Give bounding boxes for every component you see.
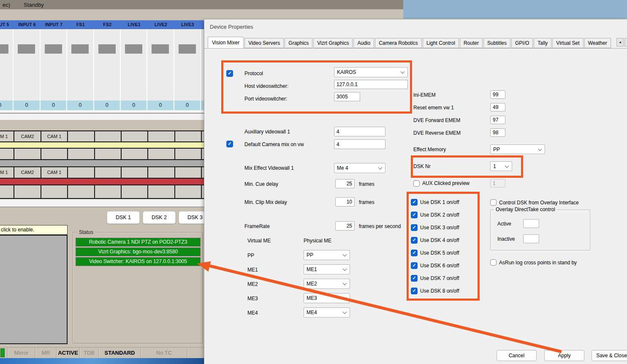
cam-button[interactable]: CAM2 [14,166,41,179]
inactive-input[interactable] [523,234,539,243]
use-dsk2-checkbox[interactable]: ✓ [411,212,418,218]
source-slot[interactable] [201,29,204,101]
cam-button[interactable] [147,166,175,179]
slot-button[interactable] [201,148,204,160]
cam-button[interactable] [67,130,95,142]
protocol-enabled-checkbox[interactable]: ✓ [226,70,233,77]
tab-gpio[interactable]: GPI/O [511,38,533,48]
source-slot[interactable] [121,29,147,101]
source-slot[interactable] [14,29,39,101]
slot-button[interactable] [67,148,95,160]
slot-button[interactable] [147,185,175,199]
physical-me-pp-dropdown[interactable]: PP [304,250,350,260]
use-dsk5-checkbox[interactable]: ✓ [411,250,418,256]
source-slot[interactable] [0,29,13,101]
slot-button[interactable] [14,148,41,160]
slot-button[interactable] [0,148,14,160]
slot-button[interactable] [174,148,202,160]
min-clip-mix-delay-input[interactable] [335,197,355,206]
cam-button[interactable]: CAM 1 [41,130,68,142]
ini-emem-input[interactable] [490,90,505,99]
slot-button[interactable] [94,185,122,199]
mix-effect-videowall-dropdown[interactable]: Me 4 [334,163,385,173]
menu-item-standby[interactable]: Standby [24,2,44,8]
source-slot[interactable] [147,29,173,101]
dsk-nr-dropdown[interactable]: 1 [490,161,512,171]
slot-button[interactable] [147,148,175,160]
use-dsk8-checkbox[interactable]: ✓ [411,288,418,294]
click-to-enable-strip[interactable]: click to enable. [0,225,68,235]
default-camera-mix-input[interactable] [334,139,385,149]
default-camera-mix-checkbox[interactable]: ✓ [226,141,233,147]
input-bus-label[interactable]: LIVE3 [174,20,201,29]
use-dsk3-checkbox[interactable]: ✓ [411,224,418,231]
physical-me2-dropdown[interactable]: ME2 [304,279,350,289]
input-bus-label[interactable]: INPUT 6 [14,20,40,29]
cam-button[interactable] [201,130,204,142]
active-input[interactable] [523,219,539,228]
protocol-dropdown[interactable]: KAIROS [334,67,408,77]
effect-memory-dropdown[interactable]: PP [490,144,545,154]
input-bus-label[interactable]: INPUT 5 [0,20,14,29]
source-slot[interactable] [41,29,66,101]
source-slot[interactable] [174,29,200,101]
input-bus-label[interactable] [201,20,204,29]
tab-subtitles[interactable]: Subtitles [483,38,510,48]
physical-me3-dropdown[interactable]: ME3 [304,293,350,303]
cam-button[interactable] [121,130,148,142]
auxillary-videowall-input[interactable] [334,127,385,136]
aux-clicked-preview-checkbox[interactable] [413,180,420,187]
control-dsk-overlay-checkbox[interactable] [490,199,497,206]
input-bus-label[interactable]: FS2 [94,20,121,29]
tab-light-control[interactable]: Light Control [423,38,459,48]
physical-me4-dropdown[interactable]: ME4 [304,307,350,318]
tab-audio[interactable]: Audio [353,38,374,48]
slot-button[interactable] [174,185,202,199]
cancel-button[interactable]: Cancel [497,350,537,361]
tab-camera-robotics[interactable]: Camera Robotics [375,38,422,48]
tab-video-servers[interactable]: Video Servers [244,38,284,48]
slot-button[interactable] [41,185,68,199]
dsk1-button[interactable]: DSK 1 [107,211,140,224]
cam-button[interactable] [174,166,202,179]
slot-button[interactable] [201,185,204,199]
use-dsk4-checkbox[interactable]: ✓ [411,237,418,244]
tab-scroll-left-button[interactable]: ◂ [616,38,624,46]
slot-button[interactable] [121,185,148,199]
cam-button[interactable] [174,130,202,142]
slot-button[interactable] [67,185,95,199]
slot-button[interactable] [41,148,68,160]
dve-reverse-emem-input[interactable] [490,128,505,137]
cam-button[interactable] [94,130,122,142]
input-bus-label[interactable]: LIVE2 [147,20,174,29]
tab-vision-mixer[interactable]: Vision Mixer [208,37,244,48]
input-bus-label[interactable]: INPUT 7 [41,20,67,29]
port-videoswitcher-input[interactable] [334,92,360,101]
slot-button[interactable] [0,185,14,199]
cam-button[interactable]: CAM2 [14,130,41,142]
dve-forward-emem-input[interactable] [490,116,505,124]
tab-scroll-right-button[interactable] [624,38,627,46]
source-slot[interactable] [94,29,120,101]
source-slot[interactable] [67,29,93,101]
dsk2-button[interactable]: DSK 2 [143,211,176,224]
cam-button[interactable] [201,166,204,179]
reset-emem-input[interactable] [490,103,505,111]
cam-button[interactable] [147,130,175,142]
slot-button[interactable] [121,148,148,160]
tab-graphics[interactable]: Graphics [285,38,312,48]
tab-weather[interactable]: Weather [584,38,611,48]
asrun-log-checkbox[interactable] [490,259,497,266]
cam-button[interactable] [94,166,122,179]
cam-button[interactable]: CAM 1 [41,166,68,179]
apply-button[interactable]: Apply [544,350,584,361]
min-cue-delay-input[interactable] [335,179,355,188]
use-dsk1-checkbox[interactable]: ✓ [411,199,418,206]
physical-me1-dropdown[interactable]: ME1 [304,264,350,274]
tab-tally[interactable]: Tally [534,38,551,48]
input-bus-label[interactable]: FS1 [67,20,94,29]
save-close-button[interactable]: Save & Close [592,350,627,361]
tab-virtual-set[interactable]: Virtual Set [552,38,583,48]
cam-button[interactable] [67,166,95,179]
menu-item-cut[interactable]: ec) [3,2,10,8]
